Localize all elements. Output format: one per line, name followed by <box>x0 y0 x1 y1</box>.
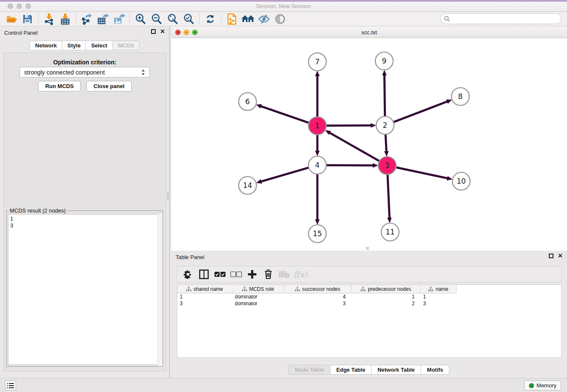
edge-1-2[interactable] <box>327 125 371 126</box>
open-file-icon[interactable] <box>3 13 19 25</box>
edge-2-3[interactable] <box>385 135 386 152</box>
node-label-10: 10 <box>457 177 466 185</box>
edge-3-1[interactable] <box>330 133 379 161</box>
export-image-icon[interactable] <box>111 13 127 25</box>
float-panel-icon[interactable] <box>151 29 156 34</box>
tab-network[interactable]: Network <box>30 41 62 50</box>
table-body: 1dominator4113dominator323 <box>177 293 561 307</box>
memory-status-icon <box>529 383 534 388</box>
zoom-out-icon[interactable] <box>149 13 165 25</box>
column-header-predecessor-nodes[interactable]: predecessor nodes <box>352 285 421 293</box>
network-graph-canvas[interactable]: 1234678910111415 <box>171 38 567 251</box>
column-header-label: shared name <box>193 286 223 292</box>
application-window: Session: New Session <box>0 0 567 392</box>
tab-style[interactable]: Style <box>62 41 86 50</box>
edge-4-14[interactable] <box>261 168 308 182</box>
status-bar: Memory <box>0 378 567 392</box>
close-table-panel-icon[interactable]: ✕ <box>558 254 563 258</box>
cell-name: 3 <box>421 300 457 307</box>
toolbar-separator <box>38 14 39 25</box>
cell-successor-nodes: 3 <box>284 300 352 307</box>
close-panel-icon[interactable]: ✕ <box>160 29 165 34</box>
edge-3-11[interactable] <box>388 175 390 218</box>
column-attribute-icon <box>361 287 366 292</box>
control-panel-tabs: NetworkStyleSelectMCDS <box>0 41 169 50</box>
task-history-button[interactable] <box>5 381 16 390</box>
node-label-14: 14 <box>243 181 252 190</box>
export-network-icon[interactable] <box>79 13 95 25</box>
select-stepper-icon <box>141 69 145 76</box>
save-session-icon[interactable] <box>19 13 36 25</box>
houses-icon[interactable] <box>240 13 256 25</box>
window-resize-handle[interactable] <box>366 247 369 250</box>
table-panel-header: Table Panel ✕ <box>171 251 567 262</box>
add-column-icon[interactable] <box>245 268 259 281</box>
memory-button[interactable]: Memory <box>524 381 561 390</box>
divider-handle[interactable] <box>167 193 170 200</box>
tab-mcds[interactable]: MCDS <box>113 41 140 50</box>
close-panel-button[interactable]: Close panel <box>86 81 132 91</box>
settings-gear-icon[interactable] <box>181 268 195 281</box>
cell-shared-name: 1 <box>177 293 232 300</box>
eye-slash-icon[interactable] <box>256 13 272 25</box>
node-label-11: 11 <box>385 228 395 236</box>
search-input[interactable] <box>452 16 558 22</box>
window-title: Session: New Session <box>0 3 567 9</box>
column-header-label: MCDS role <box>249 286 274 292</box>
import-table-icon[interactable] <box>57 13 73 25</box>
edge-3-10[interactable] <box>396 168 448 179</box>
import-network-icon[interactable] <box>41 13 57 25</box>
eye-icon[interactable] <box>272 13 288 25</box>
column-attribute-icon <box>242 287 247 292</box>
mcds-result-text[interactable]: 1 3 <box>8 214 161 365</box>
cell-shared-name: 3 <box>177 300 232 307</box>
zoom-fit-icon[interactable] <box>165 13 181 25</box>
column-header-label: predecessor nodes <box>368 286 411 292</box>
column-layout-icon[interactable] <box>197 268 211 281</box>
delete-table-icon <box>277 268 292 281</box>
column-attribute-icon <box>295 287 300 292</box>
column-header-MCDS-role[interactable]: MCDS role <box>232 285 284 293</box>
export-table-icon[interactable] <box>95 13 111 25</box>
run-mcds-button[interactable]: Run MCDS <box>38 81 81 91</box>
column-header-successor-nodes[interactable]: successor nodes <box>284 285 352 293</box>
criterion-select[interactable]: strongly connected component <box>19 67 150 77</box>
edge-2-9[interactable] <box>384 75 385 116</box>
network-view-window: × − + scc.txt 1234678910111415 <box>171 26 567 251</box>
select-all-columns-icon[interactable] <box>213 268 227 281</box>
delete-column-icon[interactable] <box>261 268 275 281</box>
network-file-icon[interactable] <box>224 13 240 25</box>
edge-4-3[interactable] <box>327 165 373 166</box>
tab-select[interactable]: Select <box>85 41 113 50</box>
tab-edge-table[interactable]: Edge Table <box>330 365 372 375</box>
column-header-shared-name[interactable]: shared name <box>177 285 232 293</box>
mcds-result-scrollbar[interactable] <box>157 214 162 366</box>
toolbar-separator <box>129 14 130 25</box>
column-header-label: name <box>435 286 448 292</box>
list-icon <box>7 383 14 389</box>
edge-1-6[interactable] <box>261 106 308 123</box>
column-header-name[interactable]: name <box>421 285 457 293</box>
node-label-9: 9 <box>382 57 387 65</box>
control-panel-header: Control Panel ✕ <box>0 26 169 38</box>
tab-motifs[interactable]: Motifs <box>421 365 449 375</box>
mcds-result-box: MCDS result (2 nodes) 1 3 <box>6 207 163 367</box>
node-label-4: 4 <box>315 161 320 169</box>
node-table: shared nameMCDS rolesuccessor nodesprede… <box>177 284 561 358</box>
main-toolbar <box>0 12 567 26</box>
table-toolbar: f(x) <box>177 266 561 283</box>
table-row[interactable]: 3dominator323 <box>177 300 561 307</box>
zoom-in-icon[interactable] <box>132 13 149 25</box>
float-table-panel-icon[interactable] <box>549 254 553 258</box>
apply-layout-icon[interactable] <box>202 13 218 25</box>
cell-predecessor-nodes: 1 <box>352 293 421 300</box>
deselect-all-columns-icon[interactable] <box>229 268 243 281</box>
zoom-selected-icon[interactable] <box>181 13 197 25</box>
table-panel-title: Table Panel <box>176 254 204 260</box>
table-row[interactable]: 1dominator411 <box>177 293 561 300</box>
tab-node-table[interactable]: Node Table <box>289 365 330 375</box>
cell-successor-nodes: 4 <box>284 293 352 300</box>
tab-network-table[interactable]: Network Table <box>371 365 421 375</box>
edge-2-8[interactable] <box>394 102 448 122</box>
node-label-7: 7 <box>315 58 320 66</box>
